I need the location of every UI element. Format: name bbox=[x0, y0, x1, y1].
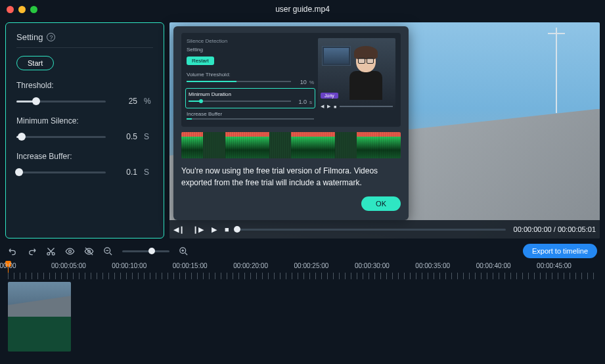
window-title: user guide.mp4 bbox=[0, 5, 605, 14]
title-bar: user guide.mp4 bbox=[0, 0, 605, 18]
trial-modal: Silence Detection Setting Restart Volume… bbox=[173, 26, 409, 220]
threshold-slider[interactable] bbox=[16, 101, 106, 102]
threshold-unit: % bbox=[144, 97, 153, 106]
zoom-slider[interactable] bbox=[122, 250, 169, 252]
min-silence-slider[interactable] bbox=[16, 136, 106, 138]
mini-sub: Setting bbox=[187, 47, 314, 53]
help-icon[interactable]: ? bbox=[47, 33, 55, 41]
mini-vol-label: Volume Threshold: bbox=[187, 72, 314, 78]
threshold-value: 25 bbox=[112, 97, 137, 106]
play-icon[interactable]: ▶ bbox=[212, 225, 217, 234]
mini-vol-value: 10 bbox=[294, 79, 307, 85]
zoom-out-icon[interactable] bbox=[103, 246, 113, 256]
ok-button[interactable]: OK bbox=[361, 196, 401, 211]
mini-video: Jony ◀▶■ bbox=[318, 38, 395, 110]
mini-vol-unit: % bbox=[309, 80, 314, 85]
ruler-label: 00:00:30:00 bbox=[355, 262, 390, 269]
buffer-unit: S bbox=[144, 168, 153, 177]
redo-icon[interactable] bbox=[27, 246, 37, 256]
mini-dur-value: 1.0 bbox=[294, 99, 307, 105]
svg-point-1 bbox=[52, 252, 55, 255]
timecode: 00:00:00:00 / 00:00:05:01 bbox=[514, 225, 596, 233]
buffer-slider[interactable] bbox=[16, 171, 106, 173]
mini-dur-unit: s bbox=[309, 99, 312, 105]
stop-icon[interactable]: ■ bbox=[225, 225, 229, 233]
min-silence-unit: S bbox=[144, 132, 153, 141]
mini-title: Silence Detection bbox=[187, 38, 314, 44]
timeline-toolbar: Export to timeline bbox=[0, 240, 605, 262]
modal-screenshot: Silence Detection Setting Restart Volume… bbox=[181, 33, 401, 127]
start-button[interactable]: Start bbox=[16, 56, 54, 70]
export-button[interactable]: Export to timeline bbox=[523, 244, 597, 258]
buffer-value: 0.1 bbox=[112, 168, 137, 177]
ruler-label: 00:00:05:00 bbox=[51, 262, 86, 269]
modal-waveform bbox=[181, 132, 401, 158]
svg-point-0 bbox=[47, 252, 50, 255]
eye-icon[interactable] bbox=[65, 246, 75, 256]
mini-restart-button: Restart bbox=[187, 57, 214, 65]
settings-heading: Setting bbox=[16, 32, 43, 42]
zoom-in-icon[interactable] bbox=[179, 246, 189, 256]
prev-frame-icon[interactable]: ◀❙ bbox=[173, 225, 185, 234]
min-silence-value: 0.5 bbox=[112, 132, 137, 141]
cut-icon[interactable] bbox=[46, 246, 56, 256]
timeline-track[interactable] bbox=[0, 279, 605, 355]
clip[interactable] bbox=[8, 282, 71, 352]
mini-lowerthird: Jony bbox=[321, 93, 338, 99]
ruler-label: 00:00:25:00 bbox=[294, 262, 329, 269]
ruler-label: 00:00:20:00 bbox=[233, 262, 268, 269]
mini-dur-label: Minimum Duration bbox=[189, 91, 312, 97]
min-silence-label: Minimum Silence: bbox=[16, 116, 153, 125]
ruler-label: 00:00 bbox=[0, 262, 16, 269]
playback-progress[interactable] bbox=[237, 229, 506, 231]
playback-bar: ◀❙ ❙▶ ▶ ■ 00:00:00:00 / 00:00:05:01 bbox=[169, 220, 600, 239]
ruler-label: 00:00:15:00 bbox=[173, 262, 208, 269]
modal-message: You're now using the free trial version … bbox=[181, 165, 401, 189]
ruler-label: 00:00:40:00 bbox=[476, 262, 511, 269]
buffer-label: Increase Buffer: bbox=[16, 152, 153, 161]
ruler-label: 00:00:10:00 bbox=[112, 262, 146, 269]
svg-point-2 bbox=[69, 250, 72, 252]
timeline-ruler[interactable]: 00:00 00:00:05:00 00:00:10:00 00:00:15:0… bbox=[0, 262, 605, 279]
ruler-label: 00:00:35:00 bbox=[415, 262, 450, 269]
threshold-label: Threshold: bbox=[16, 81, 153, 90]
next-frame-icon[interactable]: ❙▶ bbox=[192, 225, 204, 234]
ruler-label: 00:00:45:00 bbox=[537, 262, 571, 269]
settings-panel: Setting ? Start Threshold: 25 % Minimum … bbox=[5, 22, 164, 239]
undo-icon[interactable] bbox=[8, 246, 18, 256]
eye-off-icon[interactable] bbox=[84, 246, 94, 256]
mini-buf-label: Increase Buffer bbox=[187, 111, 314, 117]
preview-area: Silence Detection Setting Restart Volume… bbox=[169, 22, 600, 239]
